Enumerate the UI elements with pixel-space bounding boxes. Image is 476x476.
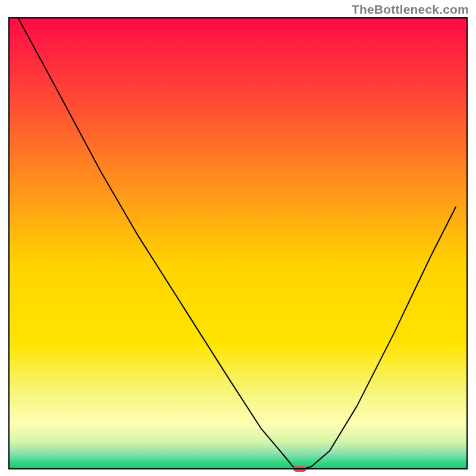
watermark-label: TheBottleneck.com — [352, 2, 469, 17]
plot-background — [9, 18, 467, 469]
chart-svg — [0, 0, 476, 476]
chart-container: TheBottleneck.com — [0, 0, 476, 476]
